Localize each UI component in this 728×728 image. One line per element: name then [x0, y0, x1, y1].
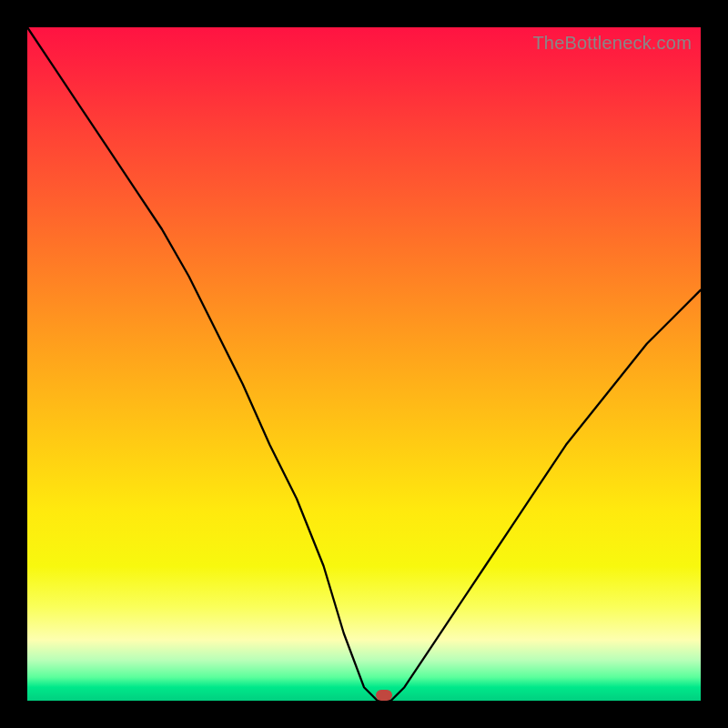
plot-area: TheBottleneck.com	[27, 27, 701, 701]
bottleneck-curve	[27, 27, 701, 701]
optimal-point-marker	[376, 690, 392, 701]
chart-frame: TheBottleneck.com	[0, 0, 728, 728]
curve-path	[27, 27, 701, 701]
